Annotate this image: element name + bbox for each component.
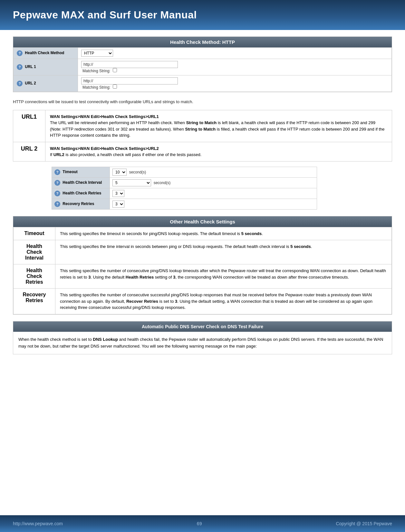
hc-interval-unit: second(s) xyxy=(154,181,171,185)
hcm-label: ? Health Check Method xyxy=(14,48,78,59)
url1-term: URL1 xyxy=(13,110,45,142)
other-health-check-section: Other Health Check Settings Timeout This… xyxy=(13,216,392,315)
url1-label: ? URL 1 xyxy=(14,59,78,75)
hc-retries-label: ? Health Check Retries xyxy=(52,188,110,199)
page-title: Pepwave MAX and Surf User Manual xyxy=(13,9,392,21)
help-icon[interactable]: ? xyxy=(17,64,23,70)
hc-retries-term: Health CheckRetries xyxy=(14,264,55,289)
hcm-value-cell: HTTP DNS Lookup ICMP Ping Disabled xyxy=(78,48,392,59)
url1-bold2: String to Match xyxy=(185,127,216,132)
url1-matching-label: Matching String: xyxy=(82,69,111,73)
footer-url: http://www.pepwave.com xyxy=(13,521,63,526)
table-row: ? URL 2 Matching String: xyxy=(14,75,392,92)
recovery-retries-term: RecoveryRetries xyxy=(14,289,55,314)
dns-bold: DNS Lookup xyxy=(93,337,118,342)
url2-def: WAN Settings>WAN Edit>Health Check Setti… xyxy=(45,142,392,161)
footer-page: 69 xyxy=(197,521,202,526)
hc-interval-def: This setting specifies the time interval… xyxy=(55,240,392,264)
page-footer: http://www.pepwave.com 69 Copyright @ 20… xyxy=(0,515,405,532)
health-check-method-form: ? Health Check Method HTTP DNS Lookup IC… xyxy=(13,47,392,92)
other-health-check-title: Other Health Check Settings xyxy=(13,216,392,227)
help-icon[interactable]: ? xyxy=(54,201,60,207)
hcr-bold2: Health Retries xyxy=(126,275,154,280)
help-icon[interactable]: ? xyxy=(54,191,60,196)
recovery-retries-def: This setting specifies the number of con… xyxy=(55,289,392,314)
url2-matching-checkbox[interactable] xyxy=(113,84,117,89)
url1-heading: WAN Settings>WAN Edit>Health Check Setti… xyxy=(50,114,159,119)
help-icon[interactable]: ? xyxy=(54,180,60,186)
health-check-method-title: Health Check Method: HTTP xyxy=(13,37,392,47)
help-icon[interactable]: ? xyxy=(54,169,60,175)
timeout-unit: second(s) xyxy=(129,170,146,174)
health-check-method-section: Health Check Method: HTTP ? Health Check… xyxy=(13,36,392,92)
table-row: Timeout This setting specifies the timeo… xyxy=(14,227,392,240)
dns-body: When the health check method is set to D… xyxy=(13,332,392,354)
recovery-retries-value: 3125 xyxy=(110,199,317,209)
rr-bold1: Recover Retries xyxy=(126,299,158,304)
table-row: ? Health Check Method HTTP DNS Lookup IC… xyxy=(14,48,392,59)
url1-def: WAN Settings>WAN Edit>Health Check Setti… xyxy=(45,110,392,142)
url2-heading: WAN Settings>WAN Edit>Health Check Setti… xyxy=(50,146,159,151)
timing-settings-table: ? Timeout 1051520 second(s) ? Health Che… xyxy=(52,167,317,210)
url-desc-table: URL1 WAN Settings>WAN Edit>Health Check … xyxy=(13,110,392,162)
footer-copyright: Copyright @ 2015 Pepwave xyxy=(336,521,392,526)
dns-title: Automatic Public DNS Server Check on DNS… xyxy=(13,321,392,332)
hc-interval-bold: 5 seconds xyxy=(290,244,311,249)
table-row: URL 2 WAN Settings>WAN Edit>Health Check… xyxy=(13,142,392,161)
table-row: ? Health Check Retries 3125 xyxy=(52,188,317,199)
url2-bold1: URL2 xyxy=(53,152,64,157)
table-row: ? Recovery Retries 3125 xyxy=(52,199,317,209)
recovery-retries-label: ? Recovery Retries xyxy=(52,199,110,209)
hcr-bold1: 3 xyxy=(88,275,91,280)
help-icon[interactable]: ? xyxy=(17,50,23,56)
url2-label: ? URL 2 xyxy=(14,75,78,92)
other-health-check-table: Timeout This setting specifies the timeo… xyxy=(13,227,392,314)
url2-term: URL 2 xyxy=(13,142,45,161)
hc-retries-def: This setting specifies the number of con… xyxy=(55,264,392,289)
url1-bold1: String to Match xyxy=(186,120,217,125)
page-header: Pepwave MAX and Surf User Manual xyxy=(0,0,405,30)
hc-interval-term: Health CheckInterval xyxy=(14,240,55,264)
help-icon[interactable]: ? xyxy=(17,81,23,86)
hc-interval-value: 5101530 second(s) xyxy=(110,177,317,188)
table-row: URL1 WAN Settings>WAN Edit>Health Check … xyxy=(13,110,392,142)
timeout-value: 1051520 second(s) xyxy=(110,167,317,177)
url2-input[interactable] xyxy=(81,77,178,84)
url1-input[interactable] xyxy=(81,61,178,68)
hc-retries-select[interactable]: 3125 xyxy=(112,190,124,197)
url1-matching-checkbox[interactable] xyxy=(113,68,117,72)
rr-bold2: 3 xyxy=(175,299,177,304)
recovery-retries-select[interactable]: 3125 xyxy=(112,201,124,208)
http-note: HTTP connections will be issued to test … xyxy=(13,99,392,105)
main-content: Health Check Method: HTTP ? Health Check… xyxy=(0,30,405,515)
url1-value-cell: Matching String: xyxy=(78,59,392,75)
table-row: Health CheckRetries This setting specifi… xyxy=(14,264,392,289)
table-row: ? URL 1 Matching String: xyxy=(14,59,392,75)
timeout-term: Timeout xyxy=(14,227,55,240)
hcr-bold3: 3 xyxy=(173,275,175,280)
table-row: ? Timeout 1051520 second(s) xyxy=(52,167,317,177)
timeout-bold: 5 seconds xyxy=(241,231,262,236)
dns-section: Automatic Public DNS Server Check on DNS… xyxy=(13,321,392,355)
table-row: RecoveryRetries This setting specifies t… xyxy=(14,289,392,314)
url2-matching-label: Matching String: xyxy=(82,85,111,90)
timeout-select[interactable]: 1051520 xyxy=(112,169,127,176)
hc-interval-label: ? Health Check Interval xyxy=(52,177,110,188)
timeout-label: ? Timeout xyxy=(52,167,110,177)
url2-value-cell: Matching String: xyxy=(78,75,392,92)
table-row: ? Health Check Interval 5101530 second(s… xyxy=(52,177,317,188)
health-check-method-select[interactable]: HTTP DNS Lookup ICMP Ping Disabled xyxy=(81,50,113,57)
timeout-def: This setting specifies the timeout in se… xyxy=(55,227,392,240)
hc-interval-select[interactable]: 5101530 xyxy=(112,179,151,186)
table-row: Health CheckInterval This setting specif… xyxy=(14,240,392,264)
hc-retries-value: 3125 xyxy=(110,188,317,199)
